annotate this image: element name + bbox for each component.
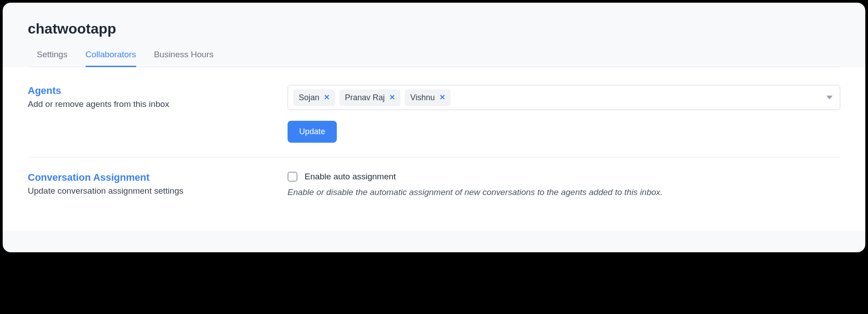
remove-agent-icon[interactable]: ✕: [439, 94, 445, 101]
agents-section: Agents Add or remove agents from this in…: [28, 85, 840, 157]
agents-section-header: Agents Add or remove agents from this in…: [28, 85, 270, 143]
agent-chip: Vishnu ✕: [405, 89, 451, 106]
agent-chip: Sojan ✕: [293, 89, 335, 106]
assignment-section: Conversation Assignment Update conversat…: [28, 157, 840, 213]
agents-title: Agents: [28, 85, 270, 97]
page-title: chatwootapp: [28, 21, 840, 37]
header: chatwootapp Settings Collaborators Busin…: [3, 3, 865, 67]
auto-assignment-row: Enable auto assignment: [288, 172, 840, 182]
assignment-controls: Enable auto assignment Enable or disable…: [288, 172, 840, 199]
chevron-down-icon[interactable]: [826, 93, 833, 102]
remove-agent-icon[interactable]: ✕: [324, 94, 330, 101]
tabs: Settings Collaborators Business Hours: [28, 50, 840, 67]
auto-assignment-help: Enable or disable the automatic assignme…: [288, 186, 840, 199]
content: Agents Add or remove agents from this in…: [3, 67, 865, 231]
tab-settings[interactable]: Settings: [37, 50, 68, 67]
agent-chip-label: Sojan: [299, 93, 319, 102]
remove-agent-icon[interactable]: ✕: [389, 94, 395, 101]
assignment-section-header: Conversation Assignment Update conversat…: [28, 172, 270, 199]
assignment-title: Conversation Assignment: [28, 172, 270, 183]
auto-assignment-checkbox[interactable]: [288, 172, 297, 182]
agents-multiselect[interactable]: Sojan ✕ Pranav Raj ✕ Vishnu ✕: [288, 85, 840, 110]
settings-window: chatwootapp Settings Collaborators Busin…: [3, 3, 865, 252]
agents-controls: Sojan ✕ Pranav Raj ✕ Vishnu ✕ Upd: [288, 85, 840, 143]
tab-collaborators[interactable]: Collaborators: [86, 50, 136, 67]
auto-assignment-label: Enable auto assignment: [305, 172, 396, 182]
update-button[interactable]: Update: [288, 121, 337, 143]
agent-chip-label: Pranav Raj: [345, 93, 385, 102]
tab-business-hours[interactable]: Business Hours: [154, 50, 214, 67]
agent-chip-label: Vishnu: [410, 93, 435, 102]
agents-description: Add or remove agents from this inbox: [28, 99, 270, 109]
agent-chip: Pranav Raj ✕: [339, 89, 400, 106]
assignment-description: Update conversation assignment settings: [28, 186, 270, 196]
